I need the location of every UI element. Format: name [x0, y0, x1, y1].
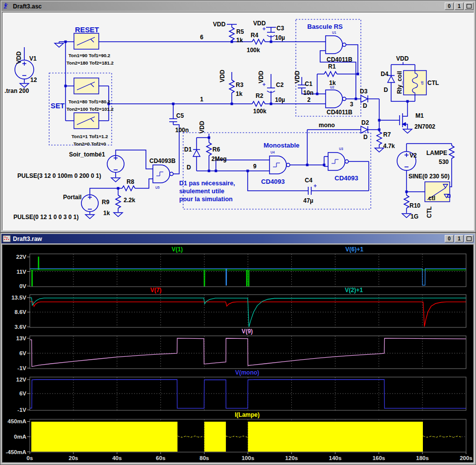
- schematic-label: D3: [360, 88, 368, 95]
- schematic-label: R3: [236, 81, 244, 88]
- lamp-on-band: [248, 422, 423, 452]
- waveform-app-icon[interactable]: [2, 235, 11, 242]
- pane-mono[interactable]: V(mono)12V6V-1V: [16, 369, 466, 413]
- schematic-label: 100k: [247, 47, 260, 54]
- schematic-label: C3: [276, 25, 284, 32]
- x-tick-label: 140s: [329, 455, 342, 461]
- schematic-label: mono: [319, 122, 335, 129]
- schematic-label: VDD: [253, 20, 266, 27]
- trace-label[interactable]: V(1): [172, 246, 183, 253]
- x-tick-label: 60s: [156, 455, 165, 461]
- schematic-label: CD4011B: [327, 109, 352, 116]
- restore-button[interactable]: 1: [455, 235, 464, 242]
- schematic-label: ctl: [428, 195, 435, 202]
- trace-label[interactable]: V(9): [242, 328, 253, 335]
- schematic-label: 1k: [236, 37, 243, 44]
- trace-label[interactable]: V(2)+1: [345, 287, 363, 294]
- lamp-on-band: [204, 422, 226, 452]
- minimize-button[interactable]: 0: [445, 2, 454, 10]
- schematic-label: seulement utile: [179, 188, 224, 195]
- ground-icon: [55, 43, 64, 47]
- schematic-label: 47µ: [303, 197, 313, 204]
- schematic-drawing[interactable]: VDDV112.tran 200RESETTon1=90 Tof1=90.2To…: [2, 12, 474, 231]
- schematic-titlebar[interactable]: Draft3.asc 0 1: [1, 1, 475, 11]
- y-tick-label: 6V: [19, 350, 26, 356]
- x-tick-label: 20s: [68, 455, 78, 461]
- trace-V(9)[interactable]: [30, 338, 466, 367]
- schematic-label: Ton1=1 Tof1=1.2: [71, 134, 108, 139]
- schematic-label: D: [187, 164, 191, 171]
- waveform-canvas[interactable]: V(1)V(6)+122V11V0VV(7)V(2)+113.5V8.6V3.6…: [2, 244, 474, 463]
- y-tick-label: 6V: [19, 390, 26, 396]
- ground-icon: [403, 129, 412, 133]
- junction-dot: [208, 170, 210, 172]
- schematic-label: C5: [176, 112, 184, 119]
- schematic-label: R6: [212, 146, 220, 153]
- pane-v9[interactable]: V(9)13V6V-1V: [16, 328, 466, 371]
- ground-icon: [85, 215, 94, 219]
- gate-u3[interactable]: [328, 153, 345, 170]
- y-tick-label: 0mA: [14, 434, 26, 440]
- y-tick-label: 450mA: [7, 418, 26, 424]
- schematic-label: RESET: [75, 26, 99, 34]
- schematic-canvas[interactable]: VDDV112.tran 200RESETTon1=90 Tof1=90.2To…: [2, 12, 474, 231]
- minimize-button[interactable]: 0: [445, 235, 454, 242]
- schematic-label: R7: [383, 131, 391, 138]
- schematic-label: 100k: [253, 108, 267, 115]
- junction-dot: [270, 103, 272, 105]
- schematic-label: .tran 200: [4, 87, 29, 94]
- pane-v1[interactable]: V(1)V(6)+122V11V0V: [16, 246, 466, 289]
- schematic-label: 1k: [103, 210, 110, 217]
- y-tick-label: 0V: [19, 283, 26, 289]
- y-tick-label: 12V: [16, 377, 27, 383]
- junction-dot: [231, 41, 233, 43]
- mosfet-symbol[interactable]: [400, 113, 406, 127]
- gate-u1[interactable]: [326, 36, 342, 54]
- schematic-label: VDD: [258, 71, 265, 83]
- ground-icon: [114, 213, 123, 217]
- schematic-label: D1 pas nécessaire,: [179, 180, 235, 187]
- close-button[interactable]: [465, 235, 474, 242]
- schematic-label: 10µ: [275, 34, 285, 41]
- schematic-label: C1: [305, 80, 313, 87]
- waveform-titlebar[interactable]: Draft3.raw 0 1: [1, 234, 475, 243]
- schematic-app-icon[interactable]: [2, 2, 11, 10]
- schematic-label: 10n: [303, 89, 314, 96]
- gate-u4[interactable]: [270, 156, 286, 174]
- trace-label[interactable]: V(7): [150, 287, 162, 294]
- y-tick-label: 11V: [16, 269, 26, 275]
- schematic-label: R1: [328, 63, 336, 70]
- pane-v7[interactable]: V(7)V(2)+113.5V8.6V3.6V: [11, 287, 466, 330]
- schematic-label: VDD: [15, 51, 22, 64]
- schematic-label: Ton2=100 Tof2=101.2: [67, 106, 114, 112]
- schematic-label: CD4093B: [149, 157, 176, 164]
- schematic-label: 10µ: [275, 96, 285, 103]
- close-button[interactable]: [465, 2, 474, 10]
- schematic-label: ctl: [420, 81, 424, 85]
- waveform-plot[interactable]: V(1)V(6)+122V11V0VV(7)V(2)+113.5V8.6V3.6…: [2, 245, 474, 463]
- schematic-label: 2Meg: [211, 155, 227, 162]
- junction-dot: [117, 187, 120, 190]
- schematic-label: pour la simulation: [179, 196, 233, 203]
- y-tick-label: 13V: [16, 335, 27, 341]
- trace-label[interactable]: V(6)+1: [345, 246, 364, 253]
- trace-label[interactable]: V(mono): [235, 369, 260, 376]
- ground-icon: [402, 214, 411, 218]
- gate-u2[interactable]: [326, 90, 342, 108]
- schematic-label: Ton2=180 Tof2=181.2: [67, 60, 114, 66]
- restore-button[interactable]: 1: [455, 2, 464, 10]
- gate-symbols[interactable]: [153, 36, 348, 183]
- trace-V(mono)[interactable]: [30, 380, 466, 408]
- trace-label[interactable]: I(Lampe): [235, 411, 260, 418]
- schematic-label: V1: [29, 55, 37, 62]
- schematic-label: U1: [332, 31, 337, 34]
- y-tick-label: -1V: [17, 407, 26, 413]
- junction-dot: [208, 137, 210, 139]
- gate-u5[interactable]: [153, 165, 170, 183]
- schematic-label: 100n: [175, 127, 189, 134]
- schematic-label: D: [363, 102, 367, 109]
- behavioral-components[interactable]: [74, 33, 450, 202]
- schematic-window: Draft3.asc 0 1: [0, 0, 476, 232]
- pane-lampe[interactable]: I(Lampe)450mA0mA-450mA: [5, 411, 466, 455]
- schematic-label: 2: [307, 96, 311, 103]
